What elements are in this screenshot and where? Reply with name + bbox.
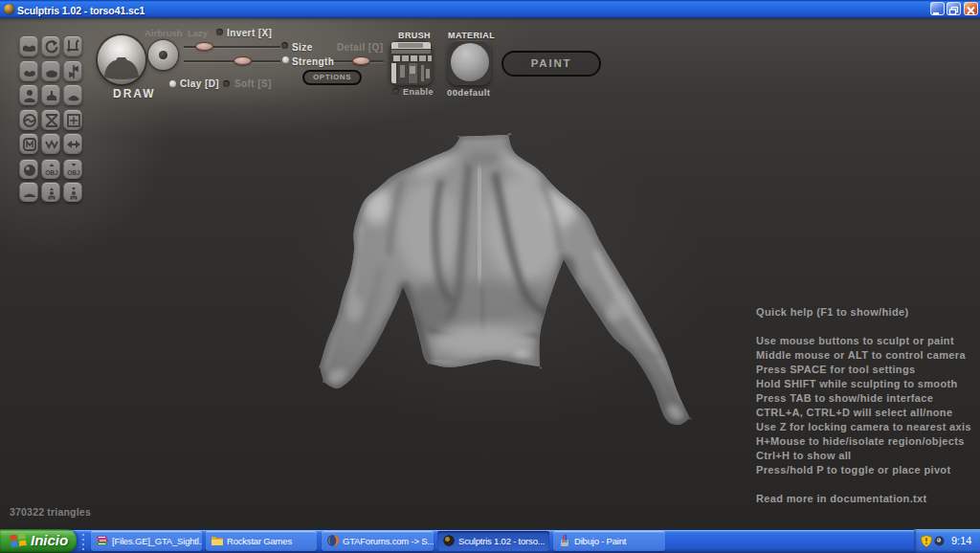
svg-text:OBJ: OBJ bbox=[45, 169, 58, 176]
svg-text:OBJ: OBJ bbox=[67, 169, 80, 176]
